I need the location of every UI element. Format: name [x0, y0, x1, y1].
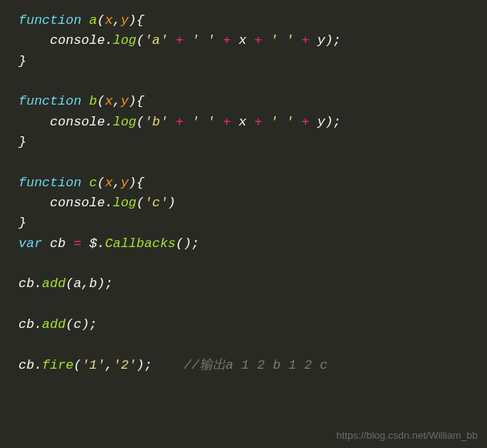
- fn-b-close: }: [18, 132, 469, 152]
- cb-fire: cb.fire('1','2'); //输出a 1 2 b 1 2 c: [18, 356, 469, 376]
- cb-add-ab: cb.add(a,b);: [18, 274, 469, 294]
- cb-add-c: cb.add(c);: [18, 315, 469, 335]
- fn-c-close: }: [18, 213, 469, 233]
- param-y: y: [121, 13, 129, 28]
- keyword-function: function: [18, 13, 82, 28]
- fn-c-body: console.log('c'): [18, 193, 469, 213]
- code-block: function a(x,y){ console.log('a' + ' ' +…: [18, 11, 469, 376]
- fn-b-body: console.log('b' + ' ' + x + ' ' + y);: [18, 112, 469, 132]
- param-x: x: [105, 13, 113, 28]
- fn-a-close: }: [18, 52, 469, 72]
- fn-name-a: a: [89, 13, 97, 28]
- fn-a-decl: function a(x,y){: [18, 11, 469, 31]
- fn-c-decl: function c(x,y){: [18, 173, 469, 193]
- blank-line: [18, 336, 469, 356]
- blank-line: [18, 152, 469, 172]
- blank-line: [18, 72, 469, 92]
- fn-b-decl: function b(x,y){: [18, 92, 469, 112]
- fn-a-body: console.log('a' + ' ' + x + ' ' + y);: [18, 31, 469, 51]
- blank-line: [18, 295, 469, 315]
- blank-line: [18, 254, 469, 274]
- watermark: https://blog.csdn.net/William_bb: [336, 428, 478, 443]
- output-comment: //输出a 1 2 b 1 2 c: [183, 358, 327, 373]
- var-decl: var cb = $.Callbacks();: [18, 234, 469, 254]
